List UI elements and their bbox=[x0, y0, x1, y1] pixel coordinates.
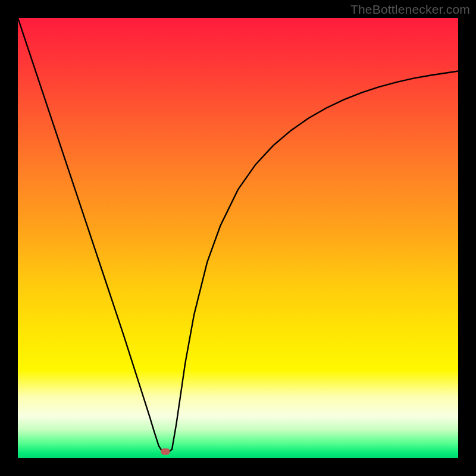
chart-frame: TheBottlenecker.com bbox=[0, 0, 476, 476]
optimum-marker bbox=[161, 448, 170, 455]
plot-area bbox=[18, 18, 458, 458]
source-label: TheBottlenecker.com bbox=[350, 2, 470, 17]
curve-layer bbox=[18, 18, 458, 458]
bottleneck-curve bbox=[18, 18, 458, 453]
